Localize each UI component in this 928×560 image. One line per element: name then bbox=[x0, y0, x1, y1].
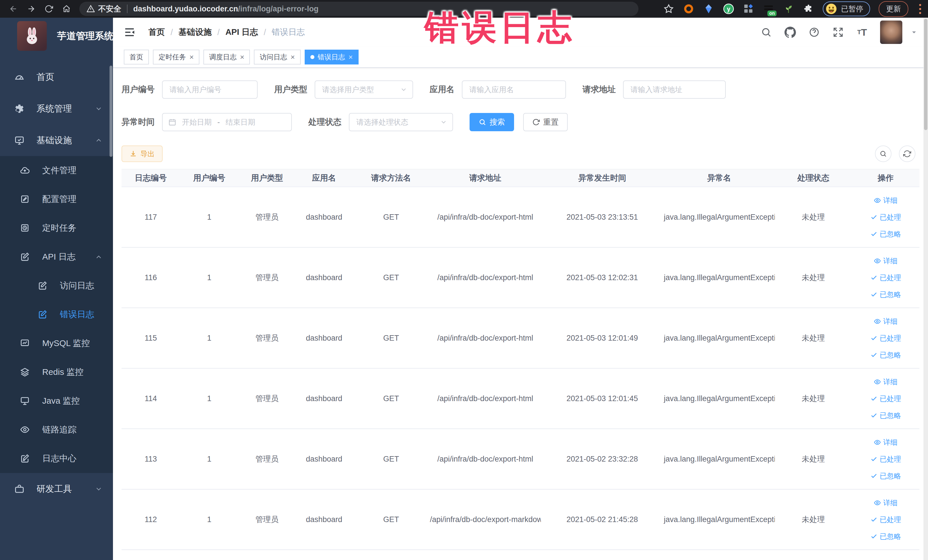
col-request-url: 请求地址 bbox=[430, 169, 541, 187]
reset-button[interactable]: 重置 bbox=[523, 113, 568, 131]
refresh-button[interactable] bbox=[899, 145, 916, 162]
mark-ignored-link[interactable]: 已忽略 bbox=[870, 532, 901, 541]
sidebar-logo[interactable]: 芋道管理系统 bbox=[0, 18, 113, 49]
mark-ignored-link[interactable]: 已忽略 bbox=[870, 229, 901, 239]
cell-exception-time: 2021-05-03 12:01:49 bbox=[541, 308, 664, 368]
browser-forward-button[interactable] bbox=[22, 2, 40, 16]
extension-sprout-icon[interactable] bbox=[783, 3, 794, 15]
cell-actions: 详细 已处理 已忽略 bbox=[852, 247, 919, 308]
sidebar-item-file-manage[interactable]: 文件管理 bbox=[0, 156, 113, 185]
extension-tabs-on-icon[interactable]: on bbox=[763, 3, 774, 15]
sidebar-item-config-manage[interactable]: 配置管理 bbox=[0, 185, 113, 214]
security-chip[interactable]: 不安全 bbox=[87, 4, 121, 14]
tag-home[interactable]: 首页 bbox=[124, 50, 149, 64]
user-id-input[interactable] bbox=[162, 81, 258, 99]
close-icon[interactable]: × bbox=[349, 53, 353, 61]
browser-back-button[interactable] bbox=[5, 2, 22, 16]
browser-menu-icon[interactable] bbox=[917, 4, 923, 14]
mark-processed-link[interactable]: 已处理 bbox=[870, 394, 901, 403]
sidebar-item-java-monitor[interactable]: Java 监控 bbox=[0, 386, 113, 415]
bookmark-star-icon[interactable] bbox=[663, 3, 675, 15]
sidebar-item-mysql-monitor[interactable]: MySQL 监控 bbox=[0, 329, 113, 358]
navbar-tools: TT bbox=[760, 21, 918, 44]
mark-ignored-link[interactable]: 已忽略 bbox=[870, 350, 901, 360]
mark-ignored-link[interactable]: 已忽略 bbox=[870, 290, 901, 299]
avatar[interactable] bbox=[880, 21, 902, 44]
fullscreen-icon[interactable] bbox=[832, 26, 844, 38]
sidebar-item-trace[interactable]: 链路追踪 bbox=[0, 415, 113, 444]
profile-paused-badge[interactable]: 已暂停 bbox=[823, 2, 870, 16]
caret-down-icon[interactable] bbox=[910, 29, 918, 36]
sidebar-item-api-log[interactable]: API 日志 bbox=[0, 243, 113, 271]
cell-app-name: dashboard bbox=[296, 368, 353, 429]
help-icon[interactable] bbox=[808, 26, 820, 38]
breadcrumb-api-log[interactable]: API 日志 bbox=[225, 26, 258, 38]
close-icon[interactable]: × bbox=[240, 53, 244, 61]
mark-processed-link[interactable]: 已处理 bbox=[870, 515, 901, 524]
hide-search-button[interactable] bbox=[875, 145, 891, 162]
extension-gem-icon[interactable] bbox=[703, 3, 714, 15]
table-toolbar: 导出 bbox=[122, 145, 919, 162]
mark-processed-link[interactable]: 已处理 bbox=[870, 334, 901, 343]
tag-dispatch-log[interactable]: 调度日志 × bbox=[203, 50, 250, 64]
detail-link[interactable]: 详细 bbox=[874, 498, 897, 508]
check-icon bbox=[870, 516, 878, 523]
mark-ignored-link[interactable]: 已忽略 bbox=[870, 411, 901, 420]
browser-home-button[interactable] bbox=[58, 2, 75, 16]
browser-reload-button[interactable] bbox=[40, 2, 58, 16]
extension-donut-icon[interactable] bbox=[683, 3, 694, 15]
sidebar-item-system-manage[interactable]: 系统管理 bbox=[0, 93, 113, 124]
export-button[interactable]: 导出 bbox=[122, 145, 163, 162]
sidebar-item-redis-monitor[interactable]: Redis 监控 bbox=[0, 358, 113, 386]
tag-scheduled-task[interactable]: 定时任务 × bbox=[153, 50, 199, 64]
cell-process-status: 未处理 bbox=[775, 247, 852, 308]
mark-processed-link[interactable]: 已处理 bbox=[870, 212, 901, 222]
detail-link[interactable]: 详细 bbox=[874, 438, 897, 447]
search-button[interactable]: 搜索 bbox=[470, 113, 514, 131]
mark-processed-link[interactable]: 已处理 bbox=[870, 273, 901, 282]
cell-process-status: 未处理 bbox=[775, 308, 852, 368]
extension-grid-icon[interactable] bbox=[743, 3, 754, 15]
sidebar-item-scheduled-task[interactable]: 定时任务 bbox=[0, 214, 113, 243]
detail-link[interactable]: 详细 bbox=[874, 196, 897, 205]
detail-link[interactable]: 详细 bbox=[874, 377, 897, 386]
col-actions: 操作 bbox=[852, 169, 919, 187]
process-status-select[interactable] bbox=[349, 113, 453, 131]
detail-link[interactable]: 详细 bbox=[874, 256, 897, 266]
sidebar-item-infrastructure[interactable]: 基础设施 bbox=[0, 124, 113, 156]
close-icon[interactable]: × bbox=[290, 53, 295, 61]
sidebar-item-log-center[interactable]: 日志中心 bbox=[0, 444, 113, 473]
close-icon[interactable]: × bbox=[189, 53, 194, 61]
url-host: dashboard.yudao.iocoder.cn bbox=[133, 5, 238, 14]
hamburger-icon[interactable] bbox=[123, 26, 136, 38]
sidebar-item-access-log[interactable]: 访问日志 bbox=[0, 271, 113, 300]
user-type-select[interactable] bbox=[314, 81, 413, 99]
mark-ignored-link[interactable]: 已忽略 bbox=[870, 471, 901, 481]
browser-update-button[interactable]: 更新 bbox=[879, 1, 908, 17]
sidebar-item-error-log[interactable]: 错误日志 bbox=[0, 300, 113, 329]
search-icon[interactable] bbox=[760, 26, 772, 38]
chevron-down-icon bbox=[95, 485, 103, 493]
log-edit-icon bbox=[38, 310, 48, 320]
tag-access-log[interactable]: 访问日志 × bbox=[254, 50, 301, 64]
sidebar-scrollbar[interactable] bbox=[110, 66, 112, 157]
request-url-input[interactable] bbox=[623, 81, 726, 99]
sidebar-item-home[interactable]: 首页 bbox=[0, 61, 113, 93]
scrollbar-thumb[interactable] bbox=[924, 19, 927, 130]
detail-link[interactable]: 详细 bbox=[874, 317, 897, 326]
breadcrumb-home[interactable]: 首页 bbox=[148, 26, 165, 38]
github-icon[interactable] bbox=[784, 26, 796, 38]
breadcrumb-infrastructure[interactable]: 基础设施 bbox=[179, 26, 212, 38]
tag-error-log-active[interactable]: 错误日志 × bbox=[305, 50, 359, 64]
extension-y-circle-icon[interactable]: y bbox=[723, 3, 734, 15]
date-range-picker[interactable]: 开始日期 - 结束日期 bbox=[162, 113, 292, 131]
cell-user-id: 1 bbox=[180, 368, 238, 429]
page-scrollbar[interactable] bbox=[923, 18, 928, 560]
edit-square-icon bbox=[20, 194, 30, 204]
error-log-table: 日志编号 用户编号 用户类型 应用名 请求方法名 请求地址 异常发生时间 异常名… bbox=[122, 169, 919, 550]
app-name-input[interactable] bbox=[462, 81, 566, 99]
font-size-icon[interactable]: TT bbox=[856, 26, 868, 38]
sidebar-item-dev-tools[interactable]: 研发工具 bbox=[0, 473, 113, 505]
mark-processed-link[interactable]: 已处理 bbox=[870, 455, 901, 464]
extensions-puzzle-icon[interactable] bbox=[803, 3, 814, 15]
